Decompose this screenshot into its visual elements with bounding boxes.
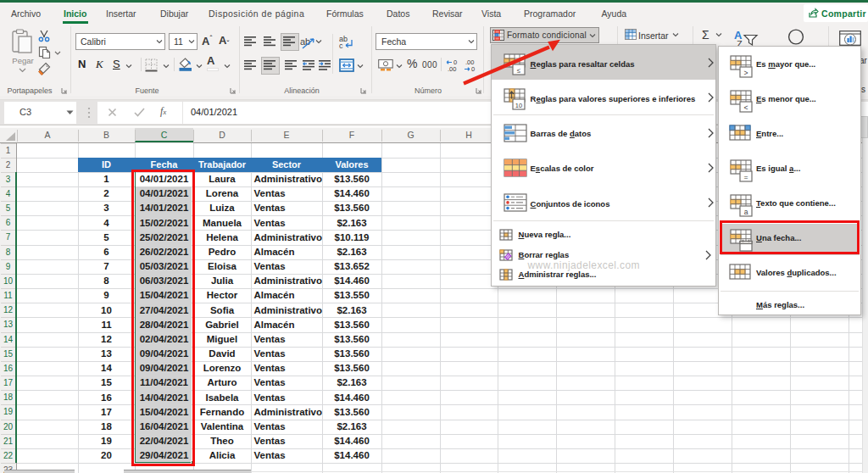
svg-text:c: c [339, 42, 343, 48]
svg-text:<: < [743, 103, 748, 111]
svg-text:=: = [743, 172, 748, 181]
svg-text:a: a [743, 207, 748, 215]
svg-text:>: > [743, 68, 748, 76]
svg-text:10: 10 [515, 102, 521, 109]
svg-text:.00: .00 [448, 65, 456, 72]
svg-text:ab: ab [300, 36, 310, 47]
